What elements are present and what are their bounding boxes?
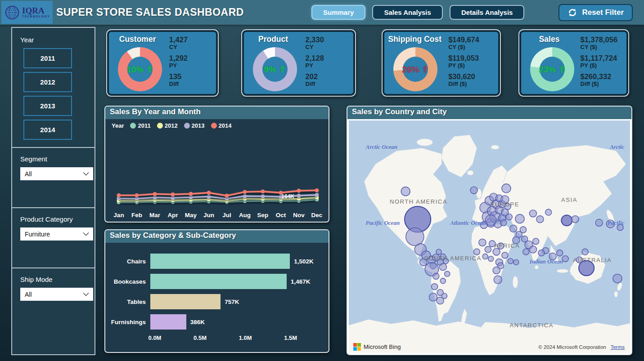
map-bubble[interactable] — [436, 249, 441, 254]
map-bubble[interactable] — [493, 248, 500, 255]
map-bubble[interactable] — [515, 214, 524, 223]
map-bubble[interactable] — [494, 276, 502, 284]
map-bubble[interactable] — [497, 263, 504, 269]
map-bubble[interactable] — [533, 238, 539, 245]
map-canvas[interactable]: Arctic OceanArcticNORTH AMERICAEUROPEASI… — [349, 120, 630, 353]
map-bubble[interactable] — [510, 225, 517, 232]
map-bubble[interactable] — [572, 216, 579, 223]
tab-summary[interactable]: Summary — [311, 5, 365, 20]
map-bubble[interactable] — [538, 250, 545, 256]
legend-item-2013: 2013 — [184, 122, 205, 129]
map-bubble[interactable] — [486, 215, 496, 226]
map-label-south-america: SOUTH AMERICA — [424, 255, 482, 262]
data-point-2014-Feb[interactable] — [135, 193, 139, 197]
data-point-2014-Nov[interactable] — [297, 189, 301, 193]
data-point-2014-Aug[interactable] — [243, 190, 247, 194]
map-bubble[interactable] — [545, 209, 552, 215]
map-bubble[interactable] — [470, 187, 477, 194]
map-bubble[interactable] — [506, 214, 512, 220]
bar-tables[interactable] — [150, 294, 221, 309]
map-bubble[interactable] — [557, 250, 563, 256]
bar-furnishings[interactable] — [150, 314, 186, 330]
bar-bookcases[interactable] — [150, 274, 287, 289]
data-point-2014-Jan[interactable] — [117, 193, 121, 197]
bar-track: 1,467K — [150, 274, 322, 289]
bar-value-label: 757K — [225, 299, 239, 305]
bar-category-label: Bookcases — [109, 278, 150, 285]
data-point-2013-Nov[interactable] — [297, 194, 301, 198]
kpi-value: 202 — [306, 73, 324, 80]
x-axis-label-Feb: Feb — [131, 212, 142, 218]
legend-label: 2011 — [138, 122, 150, 129]
map-bubble[interactable] — [582, 249, 588, 255]
legend-label: 2014 — [219, 122, 232, 129]
map-bubble[interactable] — [432, 284, 438, 290]
kpi-value-group: 1,292PY — [169, 54, 188, 69]
product-category-dropdown[interactable]: Furniture — [20, 227, 93, 241]
data-point-2014-Dec[interactable] — [315, 188, 319, 192]
map-bubble[interactable] — [482, 254, 488, 259]
terms-link[interactable]: Terms — [611, 344, 625, 350]
bar-chairs[interactable] — [150, 254, 290, 269]
kpi-value-label: CY — [306, 44, 324, 50]
data-point-2014-Apr[interactable] — [171, 192, 175, 196]
year-button-2014[interactable]: 2014 — [23, 120, 72, 140]
map-bubble[interactable] — [488, 256, 494, 262]
line-chart[interactable]: 164KJanFebMarAprMayJunJulAugSepOctNovDec — [105, 129, 329, 222]
map-bubble[interactable] — [485, 246, 491, 253]
map-bubble[interactable] — [508, 258, 513, 264]
data-point-2014-Mar[interactable] — [153, 192, 157, 196]
map-bubble[interactable] — [445, 271, 450, 276]
data-point-2013-Dec[interactable] — [315, 193, 319, 197]
kpi-value-group: $149,674CY ($) — [448, 36, 479, 50]
data-point-2014-May[interactable] — [189, 192, 193, 196]
kpi-title: Shipping Cost — [383, 35, 447, 44]
kpi-value-label: CY ($) — [448, 44, 479, 50]
map-bubble[interactable] — [479, 239, 486, 246]
map-bubble[interactable] — [529, 246, 536, 253]
map-bubble[interactable] — [406, 228, 424, 246]
map-bubble[interactable] — [595, 219, 603, 227]
kpi-card-sales: Sales23% ⇧$1,378,056CY ($)$1,117,724PY (… — [518, 29, 629, 97]
map-label-asia: ASIA — [561, 196, 577, 203]
map-bubble[interactable] — [502, 252, 508, 258]
map-bubble[interactable] — [613, 274, 622, 283]
data-point-2014-Jul[interactable] — [225, 194, 229, 198]
map-bubble[interactable] — [523, 249, 529, 255]
reset-filter-button[interactable]: Reset Filter — [558, 4, 633, 21]
map-bubble[interactable] — [500, 220, 507, 226]
map-bubble[interactable] — [440, 278, 446, 284]
x-axis-label-Jun: Jun — [203, 212, 214, 218]
map-bubble[interactable] — [562, 256, 568, 262]
x-axis-label-Apr: Apr — [167, 212, 178, 218]
data-point-2013-Sep[interactable] — [261, 194, 265, 198]
map-bubble[interactable] — [561, 215, 572, 226]
map-bubble[interactable] — [513, 259, 519, 265]
legend-item-2014: 2014 — [211, 122, 232, 129]
map-bubble[interactable] — [401, 187, 410, 196]
segment-dropdown[interactable]: All — [20, 167, 93, 180]
map-bubble[interactable] — [433, 273, 439, 279]
map-bubble[interactable] — [529, 210, 536, 217]
ship-mode-dropdown[interactable]: All — [20, 288, 93, 301]
map-bubble[interactable] — [441, 293, 447, 299]
map-bubble[interactable] — [473, 249, 480, 255]
year-button-2012[interactable]: 2012 — [23, 72, 72, 92]
year-filter-label: Year — [20, 36, 95, 44]
map-bubble[interactable] — [502, 184, 511, 193]
data-point-2014-Sep[interactable] — [261, 189, 265, 193]
map-bubble[interactable] — [520, 227, 526, 233]
axis-tick-1.5M: 1.5M — [284, 334, 297, 341]
kpi-values: $149,674CY ($)$119,053PY ($)$30,620Diff … — [448, 36, 479, 87]
map-bubble[interactable] — [536, 216, 544, 223]
bar-track: 386K — [150, 314, 322, 330]
tab-details-analysis[interactable]: Details Analysis — [450, 5, 525, 20]
kpi-title: Product — [242, 35, 304, 44]
chevron-down-icon — [83, 172, 89, 176]
tab-sales-analysis[interactable]: Sales Analysis — [372, 5, 443, 20]
data-point-2014-Jun[interactable] — [207, 191, 211, 195]
map-bubble[interactable] — [429, 293, 437, 301]
map-bubble[interactable] — [439, 263, 446, 271]
year-button-2013[interactable]: 2013 — [23, 96, 72, 116]
year-button-2011[interactable]: 2011 — [23, 48, 72, 68]
